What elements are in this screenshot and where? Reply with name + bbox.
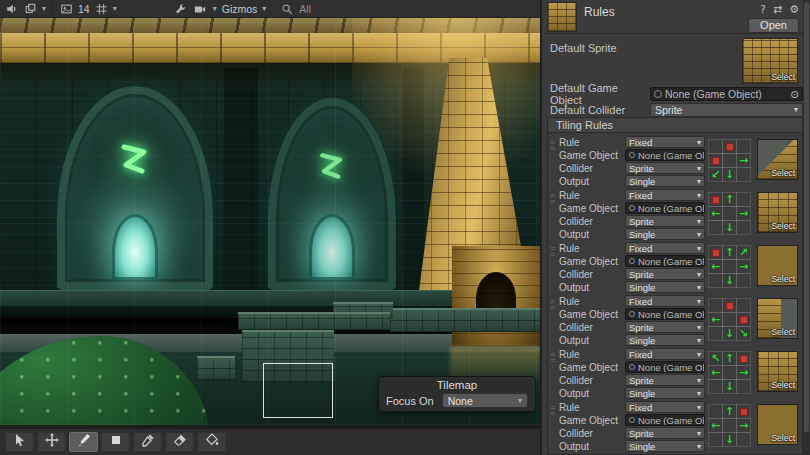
neighbor-cell-empty[interactable] bbox=[723, 154, 736, 167]
neighbor-cell-empty[interactable] bbox=[709, 380, 722, 393]
neighbor-cell-arrow[interactable]: ↓ bbox=[723, 221, 736, 234]
gear-icon[interactable]: ⚙ bbox=[789, 3, 799, 16]
rule-sprite-thumb[interactable]: Select bbox=[757, 139, 798, 180]
rule-type-dropdown[interactable]: Fixed▾ bbox=[625, 401, 705, 413]
neighbor-cell-empty[interactable] bbox=[709, 274, 722, 287]
grid-toggle-icon[interactable] bbox=[94, 2, 109, 15]
grid-dropdown-caret[interactable]: ▾ bbox=[113, 4, 117, 13]
neighbor-cell-arrow[interactable]: ↑ bbox=[723, 405, 736, 418]
neighbor-cell-arrow[interactable]: ↓ bbox=[723, 433, 736, 446]
rule-game-object-field[interactable]: None (Game Obj ⊙ bbox=[625, 149, 705, 161]
drag-handle-icon[interactable]: == bbox=[550, 401, 559, 416]
rule-sprite-thumb[interactable]: Select bbox=[757, 404, 798, 445]
drag-handle-icon[interactable]: == bbox=[550, 242, 559, 257]
neighbor-cell-not[interactable] bbox=[709, 246, 722, 259]
select-label[interactable]: Select bbox=[771, 168, 795, 178]
neighbor-cell-arrow[interactable]: ↓ bbox=[723, 380, 736, 393]
rule-game-object-field[interactable]: None (Game Obj ⊙ bbox=[625, 361, 705, 373]
neighbor-cell-arrow[interactable]: ↓ bbox=[723, 274, 736, 287]
frames-icon[interactable] bbox=[59, 2, 74, 15]
rule-output-dropdown[interactable]: Single▾ bbox=[625, 440, 705, 452]
neighbor-cell-empty[interactable] bbox=[723, 366, 736, 379]
neighbor-cell-empty[interactable] bbox=[737, 221, 750, 234]
neighbor-cell-empty[interactable] bbox=[723, 313, 736, 326]
neighbor-cell-empty[interactable] bbox=[709, 140, 722, 153]
default-collider-dropdown[interactable]: Sprite ▾ bbox=[650, 103, 803, 117]
rule-collider-dropdown[interactable]: Sprite▾ bbox=[625, 427, 705, 439]
focus-on-dropdown[interactable]: None ▾ bbox=[442, 393, 528, 408]
neighbor-cell-arrow[interactable]: ← bbox=[709, 313, 722, 326]
neighbor-cell-not[interactable] bbox=[709, 193, 722, 206]
neighbor-cell-arrow[interactable]: → bbox=[737, 154, 750, 167]
scrollbar-thumb[interactable] bbox=[804, 2, 809, 432]
neighbor-cell-empty[interactable] bbox=[737, 140, 750, 153]
neighbor-cell-empty[interactable] bbox=[709, 327, 722, 340]
neighbor-cell-empty[interactable] bbox=[737, 274, 750, 287]
neighbor-cell-empty[interactable] bbox=[737, 380, 750, 393]
neighbor-cell-arrow[interactable]: ↗ bbox=[737, 246, 750, 259]
neighbor-cell-arrow[interactable]: ↓ bbox=[723, 168, 736, 181]
scene-canvas[interactable]: Tilemap Focus On None ▾ bbox=[0, 18, 540, 425]
brush-tool-button[interactable] bbox=[69, 432, 98, 452]
presets-icon[interactable]: ⇄ bbox=[773, 3, 782, 16]
rule-type-dropdown[interactable]: Fixed▾ bbox=[625, 242, 705, 254]
audio-toggle-icon[interactable] bbox=[4, 2, 19, 15]
neighbor-rule-matrix[interactable]: ↖↑←→↓ bbox=[709, 352, 754, 393]
neighbor-cell-empty[interactable] bbox=[723, 260, 736, 273]
neighbor-cell-arrow[interactable]: → bbox=[737, 260, 750, 273]
neighbor-rule-matrix[interactable]: ↑↗←→↓ bbox=[709, 246, 754, 287]
rule-collider-dropdown[interactable]: Sprite▾ bbox=[625, 215, 705, 227]
neighbor-cell-not[interactable] bbox=[709, 154, 722, 167]
open-button[interactable]: Open bbox=[748, 18, 799, 33]
neighbor-cell-arrow[interactable]: ← bbox=[709, 419, 722, 432]
move-tool-button[interactable] bbox=[37, 432, 66, 452]
inspector-scrollbar[interactable] bbox=[803, 0, 810, 455]
rule-game-object-field[interactable]: None (Game Obj ⊙ bbox=[625, 308, 705, 320]
neighbor-rule-matrix[interactable]: →↙↓ bbox=[709, 140, 754, 181]
neighbor-cell-arrow[interactable]: → bbox=[737, 366, 750, 379]
neighbor-cell-arrow[interactable]: ↑ bbox=[723, 193, 736, 206]
neighbor-cell-arrow[interactable]: ← bbox=[709, 260, 722, 273]
rule-sprite-thumb[interactable]: Select bbox=[757, 351, 798, 392]
help-icon[interactable]: ? bbox=[760, 3, 766, 16]
effects-dropdown-caret[interactable]: ▾ bbox=[42, 4, 46, 13]
neighbor-cell-empty[interactable] bbox=[737, 168, 750, 181]
select-tool-button[interactable] bbox=[5, 432, 34, 452]
neighbor-cell-arrow[interactable]: ← bbox=[709, 366, 722, 379]
neighbor-cell-arrow[interactable]: ↙ bbox=[709, 168, 722, 181]
neighbor-cell-empty[interactable] bbox=[709, 221, 722, 234]
neighbor-cell-arrow[interactable]: → bbox=[737, 207, 750, 220]
rule-collider-dropdown[interactable]: Sprite▾ bbox=[625, 268, 705, 280]
rule-output-dropdown[interactable]: Single▾ bbox=[625, 334, 705, 346]
rule-sprite-thumb[interactable]: Select bbox=[757, 298, 798, 339]
neighbor-rule-matrix[interactable]: ↑←→↓ bbox=[709, 405, 754, 446]
rule-collider-dropdown[interactable]: Sprite▾ bbox=[625, 321, 705, 333]
drag-handle-icon[interactable]: == bbox=[550, 189, 559, 204]
rule-type-dropdown[interactable]: Fixed▾ bbox=[625, 295, 705, 307]
neighbor-cell-not[interactable] bbox=[723, 140, 736, 153]
neighbor-cell-arrow[interactable]: → bbox=[737, 419, 750, 432]
neighbor-cell-not[interactable] bbox=[723, 299, 736, 312]
select-label[interactable]: Select bbox=[771, 221, 795, 231]
neighbor-cell-arrow[interactable]: ↖ bbox=[709, 352, 722, 365]
rule-type-dropdown[interactable]: Fixed▾ bbox=[625, 136, 705, 148]
rule-collider-dropdown[interactable]: Sprite▾ bbox=[625, 162, 705, 174]
neighbor-cell-empty[interactable] bbox=[737, 433, 750, 446]
neighbor-cell-arrow[interactable]: ↓ bbox=[723, 327, 736, 340]
rule-collider-dropdown[interactable]: Sprite▾ bbox=[625, 374, 705, 386]
neighbor-cell-empty[interactable] bbox=[709, 405, 722, 418]
select-label[interactable]: Select bbox=[771, 433, 795, 443]
fill-tool-button[interactable] bbox=[197, 432, 226, 452]
select-label[interactable]: Select bbox=[771, 380, 795, 390]
default-sprite-preview[interactable]: Select bbox=[742, 38, 798, 84]
gizmos-dropdown[interactable]: Gizmos bbox=[222, 3, 258, 15]
eraser-tool-button[interactable] bbox=[165, 432, 194, 452]
camera-icon[interactable] bbox=[193, 2, 208, 15]
rule-output-dropdown[interactable]: Single▾ bbox=[625, 228, 705, 240]
rule-type-dropdown[interactable]: Fixed▾ bbox=[625, 189, 705, 201]
drag-handle-icon[interactable]: == bbox=[550, 136, 559, 151]
drag-handle-icon[interactable]: == bbox=[550, 348, 559, 363]
drag-handle-icon[interactable]: == bbox=[550, 295, 559, 310]
rule-output-dropdown[interactable]: Single▾ bbox=[625, 387, 705, 399]
neighbor-cell-empty[interactable] bbox=[723, 207, 736, 220]
